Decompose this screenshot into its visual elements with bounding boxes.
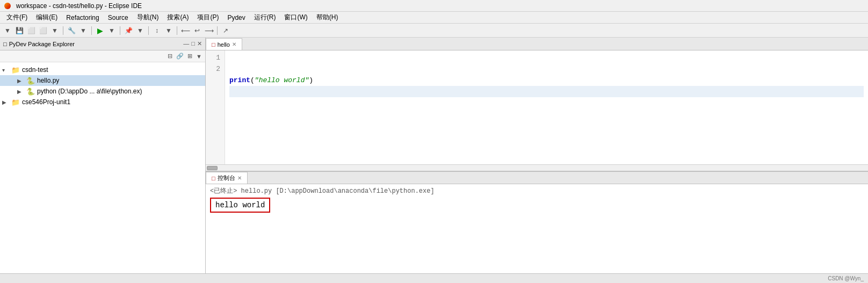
code-line-2 [229,86,864,97]
editor-tab-hello[interactable]: □ hello ✕ [206,38,242,50]
toolbar-btn-8[interactable]: ↕ [151,25,162,36]
console-tab-bar: □ 控制台 ✕ [206,171,868,184]
sidebar-tree: ▾ 📁 csdn-test ▶ 🐍 hello.py ▶ 🐍 python (D… [0,62,205,273]
status-text: CSDN @Wyn_ [828,275,864,281]
eclipse-icon [4,3,11,9]
sidebar-minimize-icon[interactable]: — [183,40,189,47]
paren-close: ) [309,76,313,84]
toolbar-btn-1[interactable]: ▼ [2,25,13,36]
sidebar-maximize-icon[interactable]: □ [191,40,195,47]
sidebar-icon: □ [3,41,7,47]
toolbar-sep-6 [217,26,218,35]
editor-tab-label: hello [218,41,230,48]
console-tab-label: 控制台 [218,174,235,182]
toolbar: ▼ 💾 ⬜ ⬜ ▼ 🔧 ▼ ▶ ▼ 📌 ▼ ↕ ▼ ⟵ ↩ ⟶ ↗ [0,24,868,38]
toolbar-btn-2[interactable]: 💾 [14,25,25,36]
line-numbers: 1 2 [206,50,225,164]
keyword-print: print [229,76,250,84]
tree-item-python-interp[interactable]: ▶ 🐍 python (D:\appDo ... a\file\python.e… [0,86,205,97]
console-terminated-line: <已终止> hello.py [D:\appDownload\anaconda\… [210,186,864,195]
editor-tab-close[interactable]: ✕ [232,41,236,47]
tree-item-hello-py[interactable]: ▶ 🐍 hello.py [0,75,205,86]
line-number-2: 2 [210,64,220,75]
menu-source[interactable]: Source [104,13,133,23]
sidebar-header-icons: — □ ✕ [183,40,202,47]
editor-content[interactable]: 1 2 print("hello world") [206,50,868,164]
sidebar-link-btn[interactable]: 🔗 [175,52,185,60]
main-area: □ PyDev Package Explorer — □ ✕ ⊟ 🔗 ⊞ ▼ ▾… [0,38,868,273]
folder-icon-csdn-test: 📁 [11,66,20,74]
toolbar-dropdown-1[interactable]: ▼ [49,25,60,36]
console-tab[interactable]: □ 控制台 ✕ [206,172,248,184]
string-hello-world: "hello world" [255,76,309,84]
toolbar-run[interactable]: ▶ [95,25,105,36]
toolbar-btn-10[interactable]: ↩ [192,25,202,36]
menu-help[interactable]: 帮助(H) [312,12,343,23]
toolbar-sep-3 [120,26,120,35]
toolbar-sep-5 [177,26,177,35]
sidebar-toolbar: ⊟ 🔗 ⊞ ▼ [0,50,205,62]
console-tab-icon: □ [212,175,215,182]
line-number-1: 1 [210,53,220,64]
sidebar-title-text: PyDev Package Explorer [9,41,75,47]
console-output-hello-world: hello world [210,198,270,213]
toolbar-btn-3[interactable]: ⬜ [26,25,37,36]
menu-refactoring[interactable]: Refactoring [62,13,103,23]
toolbar-btn-9[interactable]: ⟵ [180,25,191,36]
tree-arrow-python: ▶ [17,89,26,95]
sidebar: □ PyDev Package Explorer — □ ✕ ⊟ 🔗 ⊞ ▼ ▾… [0,38,206,273]
console-tab-close[interactable]: ✕ [237,175,242,181]
editor-tab-icon: □ [212,41,215,48]
toolbar-sep-4 [148,26,149,35]
menu-run[interactable]: 运行(R) [250,12,280,23]
console-area: □ 控制台 ✕ <已终止> hello.py [D:\appDownload\a… [206,171,868,273]
sidebar-menu-btn[interactable]: ▼ [195,53,203,60]
python-icon: 🐍 [26,87,35,96]
editor-tab-bar: □ hello ✕ [206,38,868,50]
folder-icon-cse546: 📁 [11,98,20,106]
right-panel: □ hello ✕ 1 2 print("hello world") [206,38,868,273]
toolbar-btn-5[interactable]: 🔧 [66,25,77,36]
menu-search[interactable]: 搜索(A) [163,12,193,23]
toolbar-btn-11[interactable]: ⟶ [204,25,214,36]
tree-arrow-cse546: ▶ [2,99,11,105]
menu-edit[interactable]: 编辑(E) [32,12,62,23]
title-bar: workspace - csdn-test/hello.py - Eclipse… [0,0,868,12]
code-area[interactable]: print("hello world") [225,50,868,164]
toolbar-dropdown-4[interactable]: ▼ [163,25,174,36]
toolbar-btn-6[interactable]: ▼ [78,25,89,36]
sidebar-close-icon[interactable]: ✕ [197,40,202,47]
sidebar-expand-btn[interactable]: ⊞ [186,52,193,60]
toolbar-btn-4[interactable]: ⬜ [38,25,48,36]
toolbar-dropdown-3[interactable]: ▼ [135,25,146,36]
editor-scrollbar[interactable] [206,164,868,171]
tree-arrow-csdn-test: ▾ [2,67,11,73]
menu-project[interactable]: 项目(P) [193,12,223,23]
tree-label-cse546: cse546Proj-unit1 [22,98,70,106]
menu-window[interactable]: 窗口(W) [280,12,312,23]
toolbar-sep-1 [63,26,63,35]
tree-label-csdn-test: csdn-test [22,66,48,74]
toolbar-btn-7[interactable]: 📌 [123,25,134,36]
tree-item-csdn-test[interactable]: ▾ 📁 csdn-test [0,64,205,75]
tree-label-hello-py: hello.py [37,77,59,84]
paren-open: ( [250,76,255,84]
status-bar: CSDN @Wyn_ [0,273,868,283]
code-line-1: print("hello world") [229,75,864,86]
sidebar-title: □ PyDev Package Explorer [3,41,75,47]
toolbar-btn-12[interactable]: ↗ [220,25,231,36]
toolbar-sep-2 [91,26,92,35]
tree-label-python: python (D:\appDo ... a\file\python.ex) [37,88,142,95]
sidebar-collapse-btn[interactable]: ⊟ [167,52,173,60]
menu-pydev[interactable]: Pydev [223,13,249,23]
tree-arrow-hello-py: ▶ [17,78,26,84]
tree-item-cse546[interactable]: ▶ 📁 cse546Proj-unit1 [0,97,205,107]
title-bar-text: workspace - csdn-test/hello.py - Eclipse… [16,2,142,10]
menu-file[interactable]: 文件(F) [2,12,32,23]
toolbar-dropdown-2[interactable]: ▼ [106,25,117,36]
menu-navigate[interactable]: 导航(N) [133,12,163,23]
menu-bar: 文件(F) 编辑(E) Refactoring Source 导航(N) 搜索(… [0,12,868,24]
editor-area: □ hello ✕ 1 2 print("hello world") [206,38,868,171]
scrollbar-thumb[interactable] [207,166,218,170]
console-content: <已终止> hello.py [D:\appDownload\anaconda\… [206,184,868,273]
